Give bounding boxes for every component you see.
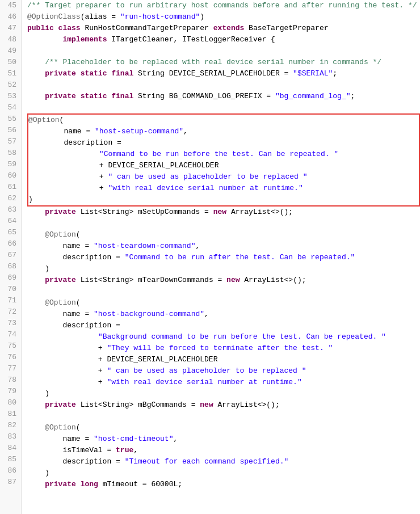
code-line: + DEVICE_SERIAL_PLACEHOLDER [27, 354, 420, 365]
line-number: 59 [5, 159, 16, 170]
line-number: 86 [5, 465, 16, 477]
code-line: + "with real device serial number at run… [28, 183, 419, 194]
code-line [27, 45, 420, 57]
code-line: /** Placeholder to be replaced with real… [27, 57, 420, 68]
line-number: 47 [5, 23, 16, 34]
code-line [27, 411, 420, 422]
code-line: ) [28, 194, 419, 205]
line-number: 81 [5, 408, 16, 420]
line-number: 61 [5, 182, 16, 193]
code-line: description = [27, 320, 420, 331]
line-number: 50 [5, 57, 16, 68]
line-number: 55 [5, 113, 16, 125]
line-number: 76 [5, 352, 16, 363]
line-number: 64 [5, 216, 16, 227]
code-line [27, 102, 420, 113]
code-line [27, 286, 420, 297]
line-number: 83 [5, 431, 16, 443]
code-line: description = "Timeout for each command … [27, 456, 420, 467]
line-number: 49 [5, 45, 16, 57]
code-line: + "They will be forced to terminate afte… [27, 343, 420, 354]
line-number: 58 [5, 148, 16, 159]
code-line [27, 79, 420, 91]
code-line: ) [27, 263, 420, 275]
line-number: 53 [5, 91, 16, 102]
line-number: 77 [5, 363, 16, 374]
line-number: 54 [5, 102, 16, 113]
code-line: public class RunHostCommandTargetPrepare… [27, 23, 420, 34]
code-line: private List<String> mBgCommands = new A… [27, 399, 420, 411]
line-number: 71 [5, 295, 16, 306]
line-number: 68 [5, 261, 16, 272]
line-number: 48 [5, 34, 16, 45]
line-number: 60 [5, 170, 16, 182]
code-line: name = "host-background-command", [27, 309, 420, 320]
code-line: @Option( [27, 297, 420, 309]
code-line: name = "host-teardown-command", [27, 241, 420, 252]
line-number: 52 [5, 79, 16, 91]
line-number: 46 [5, 11, 16, 23]
highlighted-block: @Option( name = "host-setup-command", de… [27, 113, 420, 207]
code-line: private static final String BG_COMMAND_L… [27, 91, 420, 102]
code-line: private long mTimeout = 60000L; [27, 479, 420, 490]
code-area[interactable]: /** Target preparer to run arbitrary hos… [22, 0, 420, 514]
code-line: + "with real device serial number at run… [27, 377, 420, 388]
line-number: 79 [5, 386, 16, 397]
code-line: private static final String DEVICE_SERIA… [27, 68, 420, 79]
code-line: /** Target preparer to run arbitrary hos… [27, 0, 420, 11]
line-number: 85 [5, 454, 16, 465]
code-line: private List<String> mSetUpCommands = ne… [27, 207, 420, 218]
code-line: @OptionClass(alias = "run-host-command") [27, 11, 420, 23]
code-line: description = "Command to be run after t… [27, 252, 420, 263]
code-line: + " can be used as placeholder to be rep… [27, 365, 420, 377]
line-number: 45 [5, 0, 16, 11]
line-number: 87 [5, 477, 16, 488]
code-line: + DEVICE_SERIAL_PLACEHOLDER [28, 160, 419, 171]
line-number: 57 [5, 136, 16, 148]
code-line: "Background command to be run before the… [27, 331, 420, 343]
code-line: name = "host-setup-command", [28, 126, 419, 137]
code-line: private List<String> mTearDownCommands =… [27, 275, 420, 286]
line-number: 73 [5, 318, 16, 329]
code-line: name = "host-cmd-timeout", [27, 433, 420, 445]
code-container: 4546474849505152535455565758596061626364… [0, 0, 420, 514]
line-number: 67 [5, 250, 16, 261]
code-line: ) [27, 467, 420, 479]
line-number: 82 [5, 420, 16, 431]
code-line: isTimeVal = true, [27, 445, 420, 456]
line-number: 78 [5, 374, 16, 386]
code-line: "Command to be run before the test. Can … [28, 149, 419, 160]
code-line [27, 218, 420, 229]
line-number: 65 [5, 227, 16, 238]
line-number: 62 [5, 193, 16, 204]
line-number: 80 [5, 397, 16, 408]
line-number: 51 [5, 68, 16, 79]
code-line: + " can be used as placeholder to be rep… [28, 171, 419, 183]
code-line: ) [27, 388, 420, 399]
line-number: 69 [5, 272, 16, 284]
code-line: description = [28, 137, 419, 149]
line-number: 72 [5, 306, 16, 318]
code-line: @Option( [27, 229, 420, 241]
line-number: 84 [5, 443, 16, 454]
code-line: @Option( [27, 422, 420, 433]
line-number: 66 [5, 238, 16, 250]
line-number: 63 [5, 204, 16, 216]
line-number: 74 [5, 329, 16, 340]
line-number: 56 [5, 125, 16, 136]
line-number: 75 [5, 340, 16, 352]
code-line: implements ITargetCleaner, ITestLoggerRe… [27, 34, 420, 45]
code-line: @Option( [28, 115, 419, 126]
line-number: 70 [5, 284, 16, 295]
line-numbers: 4546474849505152535455565758596061626364… [0, 0, 22, 514]
